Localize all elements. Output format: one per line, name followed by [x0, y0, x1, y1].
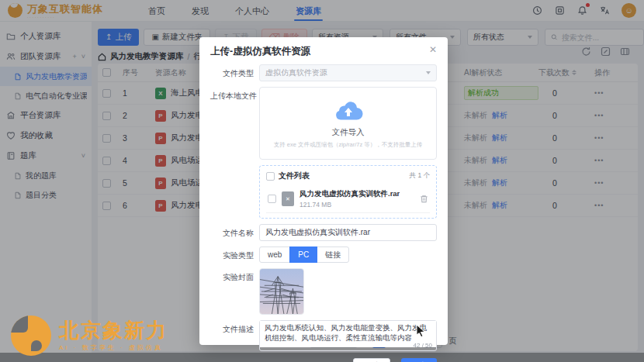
- type-option-链接[interactable]: 链接: [317, 247, 349, 263]
- watermark-elephant-icon: [11, 315, 51, 356]
- file-name-label: 文件名称: [210, 224, 254, 241]
- experiment-type-label: 实验类型: [210, 247, 254, 263]
- modal-title: 上传-虚拟仿真软件资源: [210, 45, 310, 58]
- watermark-logo: 北京象新力 AI · 数字孪生 · 虚拟仿真: [11, 315, 168, 356]
- file-list: 文件列表 共 1 个 ✕ 风力发电虚拟仿真实训软件.rar 121.74 MB: [259, 165, 437, 219]
- upload-dropzone[interactable]: 文件导入 支持 exe 文件或压缩包（zip/rar/7z 等），不支持批量上传: [259, 87, 437, 160]
- file-description-textarea[interactable]: 风力发电系统认知、风力发电能量变换、风力发电机组控制、风电场运行、柔性直流输电等…: [260, 321, 436, 347]
- app-root: 万象互联智能体··········· 首页发现个人中心资源库 ☺ 个人资源库 团…: [0, 0, 644, 362]
- watermark-subtitle: AI · 数字孪生 · 虚拟仿真: [59, 343, 168, 352]
- archive-file-icon: ✕: [282, 191, 294, 206]
- file-count: 共 1 个: [410, 171, 430, 181]
- mouse-cursor: [416, 324, 427, 338]
- chevron-down-icon: [426, 71, 431, 74]
- char-counter: 42 / 50: [414, 342, 432, 349]
- type-option-PC[interactable]: PC: [289, 247, 317, 263]
- experiment-cover-label: 实验封面: [210, 268, 254, 315]
- file-item-size: 121.74 MB: [299, 201, 400, 209]
- confirm-button[interactable]: 确定: [401, 358, 437, 362]
- file-item-name: 风力发电虚拟仿真实训软件.rar: [299, 189, 400, 199]
- file-name-input[interactable]: [259, 224, 437, 241]
- experiment-cover-image[interactable]: [259, 268, 304, 315]
- experiment-type-options: webPC链接: [259, 247, 437, 263]
- file-list-item: ✕ 风力发电虚拟仿真实训软件.rar 121.74 MB: [266, 187, 430, 213]
- watermark-title: 北京象新力: [59, 319, 168, 341]
- file-list-label: 文件列表: [279, 171, 310, 181]
- file-item-checkbox[interactable]: [268, 195, 276, 203]
- upload-modal: 上传-虚拟仿真软件资源 ✕ 文件类型 虚拟仿真软件资源 上传本地文件 文件导入: [199, 37, 448, 345]
- type-option-web[interactable]: web: [259, 247, 290, 263]
- file-list-checkbox[interactable]: [266, 172, 275, 181]
- upload-hint: 支持 exe 文件或压缩包（zip/rar/7z 等），不支持批量上传: [274, 141, 423, 149]
- file-type-label: 文件类型: [210, 64, 254, 81]
- upload-local-label: 上传本地文件: [210, 87, 254, 160]
- cloud-upload-icon: [333, 98, 364, 124]
- close-icon[interactable]: ✕: [429, 45, 437, 54]
- upload-title: 文件导入: [332, 127, 365, 138]
- file-type-select[interactable]: 虚拟仿真软件资源: [259, 64, 437, 81]
- trash-icon[interactable]: [420, 195, 428, 203]
- cancel-button[interactable]: 取消: [353, 358, 390, 362]
- file-description-label: 文件描述: [210, 320, 254, 351]
